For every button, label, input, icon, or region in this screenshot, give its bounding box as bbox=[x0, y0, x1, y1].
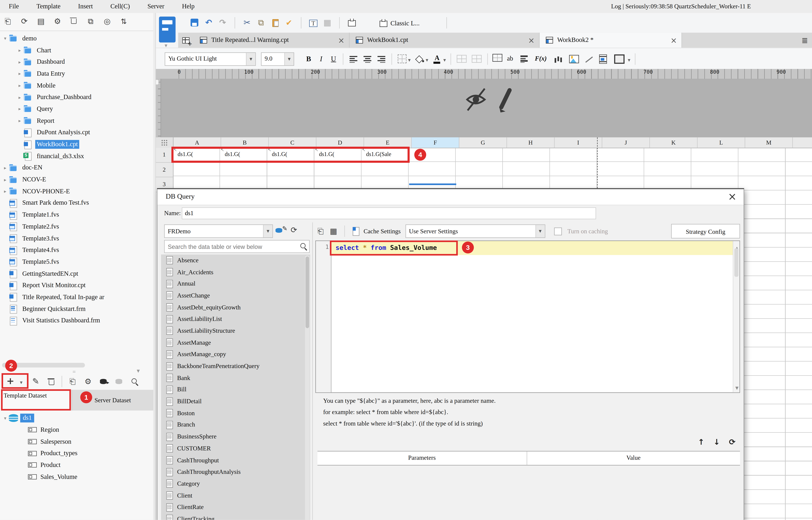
column-header[interactable]: L bbox=[698, 137, 745, 148]
db-off-icon[interactable] bbox=[114, 376, 124, 386]
table-list-item[interactable]: Air_Accidents bbox=[161, 266, 310, 278]
editor-scrollbar[interactable] bbox=[733, 241, 739, 392]
table-list-item[interactable]: AssetLiabilityStructure bbox=[161, 325, 310, 337]
table-search-input[interactable] bbox=[165, 240, 303, 253]
log-status-text[interactable]: Log | Seriously:09:38:58 QuartzScheduler… bbox=[611, 0, 751, 13]
expander-icon[interactable]: ▸ bbox=[16, 71, 23, 76]
tree-item[interactable]: financial_ds3.xlsx bbox=[0, 150, 153, 162]
tree-item[interactable]: DuPont Analysis.cpt bbox=[0, 127, 153, 138]
expander-icon[interactable]: ▸ bbox=[16, 95, 23, 100]
db-run-icon[interactable] bbox=[99, 376, 109, 386]
shirt-icon[interactable] bbox=[346, 18, 357, 28]
table-list-item[interactable]: BackboneTeamPenetrationQuery bbox=[161, 360, 310, 372]
tree-item[interactable]: ▸ doc-EN bbox=[0, 162, 153, 174]
table-list-item[interactable]: Branch bbox=[161, 419, 310, 431]
refresh-connection-icon[interactable] bbox=[288, 225, 300, 236]
connection-select[interactable]: FRDemo▼ bbox=[164, 225, 273, 238]
tree-item[interactable]: Template3.fvs bbox=[0, 233, 153, 244]
dataset-config-icon[interactable] bbox=[83, 376, 93, 386]
locate-icon[interactable] bbox=[102, 15, 113, 27]
redo-icon[interactable] bbox=[218, 18, 228, 28]
text-box-icon[interactable] bbox=[308, 18, 318, 28]
param-move-up-icon[interactable] bbox=[696, 437, 706, 447]
collapse-down-icon[interactable]: ▼ bbox=[136, 368, 141, 374]
param-move-down-icon[interactable] bbox=[711, 437, 722, 447]
search-icon[interactable] bbox=[298, 241, 309, 251]
expander-icon[interactable]: ▸ bbox=[1, 189, 9, 194]
dataset-field[interactable]: Product bbox=[0, 459, 153, 471]
cell-attr-icon[interactable] bbox=[322, 18, 332, 28]
format-check-icon[interactable] bbox=[284, 18, 294, 28]
tree-item[interactable]: Template1.fvs bbox=[0, 209, 153, 221]
column-header[interactable]: E bbox=[364, 137, 412, 148]
document-tab[interactable]: WorkBook2 * bbox=[540, 32, 682, 48]
font-color-icon[interactable]: A bbox=[432, 54, 442, 63]
table-list-item[interactable]: ClientRate bbox=[161, 501, 310, 513]
delete-icon[interactable] bbox=[68, 15, 80, 27]
expander-icon[interactable]: ▸ bbox=[16, 83, 23, 88]
table-list-item[interactable]: Boston bbox=[161, 407, 310, 419]
sep[interactable] bbox=[62, 375, 62, 387]
column-header[interactable]: D bbox=[316, 137, 364, 148]
tree-item[interactable]: WorkBook1.cpt bbox=[0, 138, 153, 150]
scroll-down-icon[interactable] bbox=[732, 382, 742, 392]
close-tab-icon[interactable] bbox=[338, 35, 345, 45]
sep[interactable] bbox=[234, 17, 235, 28]
column-header[interactable]: F bbox=[412, 137, 459, 148]
column-header[interactable]: N bbox=[793, 137, 812, 148]
table-list-scrollbar[interactable] bbox=[305, 256, 310, 520]
refresh-icon[interactable] bbox=[19, 15, 30, 27]
align-center-icon[interactable] bbox=[363, 55, 371, 62]
dialog-close-icon[interactable] bbox=[727, 191, 737, 202]
table-list-item[interactable]: CashThroughputAnalysis bbox=[161, 466, 310, 478]
delete-icon[interactable] bbox=[46, 376, 56, 386]
tree-item[interactable]: Template2.fvs bbox=[0, 221, 153, 233]
export-sql-icon[interactable] bbox=[328, 226, 339, 236]
dataset-field[interactable]: Region bbox=[0, 424, 153, 436]
row-header[interactable]: 1 bbox=[156, 148, 173, 162]
menu-item[interactable]: Cell(C) bbox=[102, 3, 139, 10]
tree-item[interactable]: ▸ Purchase_Dashboard bbox=[0, 92, 153, 103]
expander-icon[interactable]: ▸ bbox=[16, 59, 23, 65]
image-icon[interactable] bbox=[569, 55, 579, 63]
tree-item[interactable]: Visit Statistics Dashboard.frm bbox=[0, 315, 153, 327]
column-header[interactable]: G bbox=[459, 137, 507, 148]
column-header[interactable]: B bbox=[221, 137, 269, 148]
table-list-item[interactable]: CUSTOMER bbox=[161, 443, 310, 454]
dataset-field[interactable]: Salesperson bbox=[0, 436, 153, 447]
cut-icon[interactable] bbox=[242, 18, 252, 28]
tree-item[interactable]: ▸ Chart bbox=[0, 44, 153, 56]
param-refresh-icon[interactable] bbox=[727, 437, 737, 447]
close-tab-icon[interactable] bbox=[670, 35, 677, 45]
tab-list-icon[interactable] bbox=[800, 35, 810, 46]
borders-icon[interactable] bbox=[398, 54, 407, 63]
underline-button[interactable]: U bbox=[327, 55, 340, 63]
tree-item[interactable]: ▸ Dashboard bbox=[0, 56, 153, 68]
menu-item[interactable]: Template bbox=[28, 3, 69, 10]
column-header[interactable]: A bbox=[173, 137, 221, 148]
font-color-dropdown-icon[interactable] bbox=[442, 54, 447, 64]
menu-item[interactable]: Help bbox=[173, 3, 203, 10]
search-icon[interactable] bbox=[130, 376, 140, 386]
dialog-titlebar[interactable]: DB Query bbox=[157, 189, 744, 205]
new-worksheet-icon[interactable] bbox=[181, 35, 192, 46]
paste-icon[interactable] bbox=[270, 18, 280, 28]
tree-item[interactable]: Report Visit Monitor.cpt bbox=[0, 280, 153, 291]
column-header[interactable]: K bbox=[650, 137, 698, 148]
save-icon[interactable] bbox=[190, 18, 200, 28]
row-header[interactable]: 2 bbox=[156, 162, 173, 177]
document-tab[interactable]: WorkBook1.cpt bbox=[349, 32, 540, 48]
tree-item[interactable]: GettingStartedEN.cpt bbox=[0, 268, 153, 280]
text-widget-icon[interactable]: ab bbox=[507, 55, 513, 63]
tree-item[interactable]: ▸ NCOV-PHONE-E bbox=[0, 185, 153, 197]
report-block-icon[interactable] bbox=[35, 15, 47, 27]
copy-icon[interactable] bbox=[256, 18, 266, 28]
template-config-icon[interactable] bbox=[52, 15, 63, 27]
tree-item[interactable]: Template4.fvs bbox=[0, 244, 153, 256]
expander-icon[interactable]: ▸ bbox=[16, 118, 23, 124]
chart-icon[interactable] bbox=[554, 55, 562, 63]
strategy-config-button[interactable]: Strategy Config bbox=[671, 224, 740, 238]
column-header[interactable]: M bbox=[745, 137, 793, 148]
panel-vertical-splitter[interactable] bbox=[153, 13, 156, 520]
tree-item[interactable]: ▸ Query bbox=[0, 103, 153, 115]
